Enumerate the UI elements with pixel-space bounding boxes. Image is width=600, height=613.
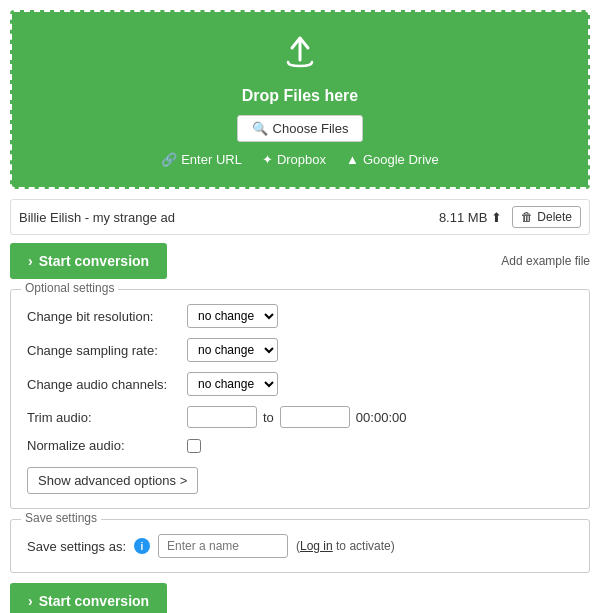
chevron-right-bottom-icon: › (28, 593, 33, 609)
audio-channels-select[interactable]: no change (187, 372, 278, 396)
trash-icon: 🗑 (521, 210, 533, 224)
normalize-audio-label: Normalize audio: (27, 438, 187, 453)
audio-channels-label: Change audio channels: (27, 377, 187, 392)
link-icon: 🔗 (161, 152, 177, 167)
google-drive-link[interactable]: ▲ Google Drive (346, 152, 439, 167)
info-icon: i (134, 538, 150, 554)
bottom-action-row: › Start conversion (10, 583, 590, 613)
search-icon: 🔍 (252, 121, 268, 136)
chevron-right-icon: › (28, 253, 33, 269)
sampling-rate-label: Change sampling rate: (27, 343, 187, 358)
sampling-rate-row: Change sampling rate: no change (27, 338, 573, 362)
trim-time-display: 00:00:00 (356, 410, 407, 425)
upload-icon (32, 32, 568, 81)
trim-inputs: to 00:00:00 (187, 406, 406, 428)
drop-zone[interactable]: Drop Files here 🔍 Choose Files 🔗 Enter U… (10, 10, 590, 189)
choose-files-button[interactable]: 🔍 Choose Files (237, 115, 364, 142)
file-size: 8.11 MB ⬆ (439, 210, 502, 225)
save-settings-row: Save settings as: i (Log in to activate) (27, 534, 573, 558)
optional-settings-section: Optional settings Change bit resolution:… (10, 289, 590, 509)
optional-settings-title: Optional settings (21, 281, 118, 295)
save-settings-label: Save settings as: (27, 539, 126, 554)
file-name: Billie Eilish - my strange ad (19, 210, 439, 225)
normalize-audio-row: Normalize audio: (27, 438, 573, 453)
show-advanced-options-button[interactable]: Show advanced options > (27, 467, 198, 494)
login-to-activate-text: (Log in to activate) (296, 539, 395, 553)
save-settings-section: Save settings Save settings as: i (Log i… (10, 519, 590, 573)
bit-resolution-row: Change bit resolution: no change (27, 304, 573, 328)
save-settings-title: Save settings (21, 511, 101, 525)
trim-audio-label: Trim audio: (27, 410, 187, 425)
file-row: Billie Eilish - my strange ad 8.11 MB ⬆ … (10, 199, 590, 235)
dropbox-link[interactable]: ✦ Dropbox (262, 152, 326, 167)
upload-size-icon: ⬆ (491, 210, 502, 225)
trim-to-text: to (263, 410, 274, 425)
trim-audio-row: Trim audio: to 00:00:00 (27, 406, 573, 428)
normalize-audio-checkbox[interactable] (187, 439, 201, 453)
start-conversion-button[interactable]: › Start conversion (10, 243, 167, 279)
trim-start-input[interactable] (187, 406, 257, 428)
drop-text: Drop Files here (32, 87, 568, 105)
trim-end-input[interactable] (280, 406, 350, 428)
save-name-input[interactable] (158, 534, 288, 558)
start-conversion-bottom-button[interactable]: › Start conversion (10, 583, 167, 613)
login-link[interactable]: Log in (300, 539, 333, 553)
bit-resolution-label: Change bit resolution: (27, 309, 187, 324)
delete-button[interactable]: 🗑 Delete (512, 206, 581, 228)
advanced-options-row: Show advanced options > (27, 463, 573, 494)
action-row: › Start conversion Add example file (10, 243, 590, 279)
dropbox-icon: ✦ (262, 152, 273, 167)
bit-resolution-select[interactable]: no change (187, 304, 278, 328)
audio-channels-row: Change audio channels: no change (27, 372, 573, 396)
add-example-file-link[interactable]: Add example file (501, 254, 590, 268)
gdrive-icon: ▲ (346, 152, 359, 167)
enter-url-link[interactable]: 🔗 Enter URL (161, 152, 242, 167)
sampling-rate-select[interactable]: no change (187, 338, 278, 362)
